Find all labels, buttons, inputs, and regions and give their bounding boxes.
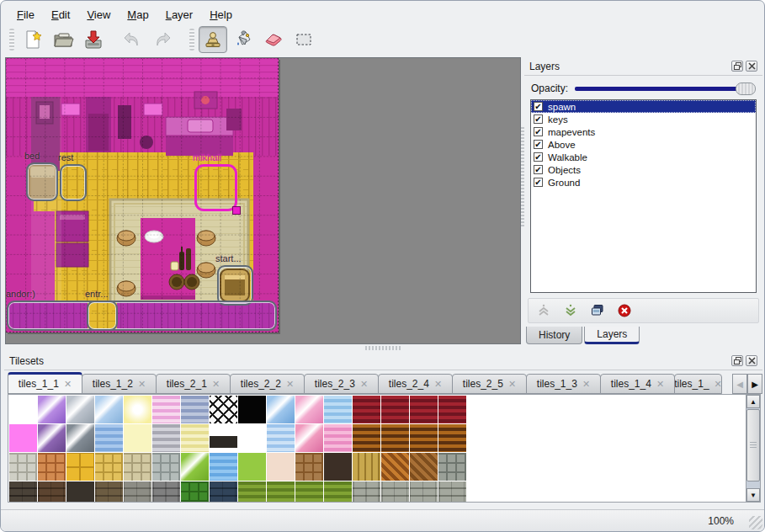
tileset-tile[interactable] (353, 453, 380, 481)
layer-list[interactable]: ✔spawn✔keys✔mapevents✔Above✔Walkable✔Obj… (530, 99, 757, 293)
tileset-tile[interactable] (181, 396, 209, 423)
layer-visibility-checkbox[interactable]: ✔ (534, 102, 543, 111)
tileset-tab-tiles_2_3[interactable]: tiles_2_3✕ (304, 374, 379, 394)
menu-map[interactable]: Map (120, 6, 156, 24)
map-view[interactable]: bedrestmikhailstart...andor:)entr... (5, 57, 521, 344)
tileset-tile[interactable] (210, 481, 237, 503)
tileset-tile[interactable] (95, 481, 123, 503)
close-panel-button[interactable] (746, 61, 757, 72)
save-button[interactable] (79, 26, 108, 53)
tileset-tile[interactable] (410, 396, 438, 423)
tab-close-icon[interactable]: ✕ (138, 379, 146, 390)
layer-visibility-checkbox[interactable]: ✔ (534, 152, 543, 162)
dock-tab-layers[interactable]: Layers (584, 327, 640, 344)
redo-button[interactable] (148, 26, 177, 53)
tileset-tile[interactable] (124, 424, 151, 452)
tileset-tile[interactable] (9, 424, 37, 452)
tab-close-icon[interactable]: ✕ (434, 379, 442, 390)
tileset-tile[interactable] (295, 453, 323, 481)
tileset-tile[interactable] (381, 396, 409, 423)
tileset-tab-tiles_2_5[interactable]: tiles_2_5✕ (452, 374, 527, 394)
tileset-tab-tiles_1_1[interactable]: tiles_1_1✕ (8, 372, 82, 394)
tileset-scrollbar[interactable]: ▲ ▼ (746, 395, 760, 502)
layer-row-spawn[interactable]: ✔spawn (531, 100, 756, 113)
raise-layer-button[interactable] (534, 301, 554, 321)
tileset-tile[interactable] (324, 396, 352, 423)
duplicate-layer-button[interactable] (587, 301, 608, 321)
tileset-tile[interactable] (210, 396, 237, 423)
tileset-tile[interactable] (295, 396, 323, 423)
layer-row-Objects[interactable]: ✔Objects (531, 163, 756, 176)
tab-close-icon[interactable]: ✕ (64, 379, 72, 390)
map-object[interactable] (7, 301, 277, 331)
tileset-tile[interactable] (381, 481, 409, 503)
map-object[interactable] (194, 164, 237, 211)
tileset-tab-tiles_1_2[interactable]: tiles_1_2✕ (82, 374, 157, 394)
tileset-tile[interactable] (38, 481, 66, 503)
tileset-tab-tiles_2_4[interactable]: tiles_2_4✕ (378, 374, 453, 394)
tileset-tab-tiles_1_4[interactable]: tiles_1_4✕ (600, 374, 675, 394)
tileset-tile[interactable] (381, 453, 409, 481)
tileset-tile[interactable] (438, 424, 466, 452)
tab-close-icon[interactable]: ✕ (360, 379, 368, 390)
tileset-tile[interactable] (152, 424, 180, 452)
tileset-tile[interactable] (381, 424, 409, 452)
tileset-tile[interactable] (353, 396, 380, 423)
tiles-grid[interactable] (9, 396, 466, 503)
map-object[interactable] (217, 265, 253, 306)
map-object[interactable] (60, 164, 87, 201)
tileset-tile[interactable] (438, 396, 466, 423)
tab-close-icon[interactable]: ✕ (656, 379, 664, 390)
close-panel-button[interactable] (746, 355, 757, 366)
tileset-tile[interactable] (353, 481, 380, 503)
tileset-tile[interactable] (152, 481, 180, 503)
select-tool-button[interactable] (290, 26, 318, 53)
toolbar-grip[interactable] (9, 29, 14, 51)
tileset-tile[interactable] (267, 453, 295, 481)
opacity-slider[interactable] (575, 82, 756, 95)
tileset-tile[interactable] (9, 453, 37, 481)
tileset-view[interactable]: ▲ ▼ (8, 394, 761, 503)
tileset-tile[interactable] (38, 453, 66, 481)
tileset-tab-tiles_1_3[interactable]: tiles_1_3✕ (526, 374, 601, 394)
scroll-up-button[interactable]: ▲ (746, 395, 760, 408)
tab-close-icon[interactable]: ✕ (508, 379, 516, 390)
scrollbar-thumb[interactable] (746, 409, 760, 481)
layer-row-Walkable[interactable]: ✔Walkable (531, 151, 756, 163)
tab-scroll-right-button[interactable]: ▶ (747, 374, 762, 394)
tileset-tile[interactable] (95, 453, 123, 481)
tab-close-icon[interactable]: ✕ (582, 379, 590, 390)
scroll-down-button[interactable]: ▼ (746, 488, 760, 502)
tileset-tile[interactable] (324, 424, 352, 452)
menu-view[interactable]: View (79, 6, 118, 24)
tileset-tile[interactable] (238, 481, 266, 503)
tileset-tile[interactable] (438, 453, 466, 481)
layer-visibility-checkbox[interactable]: ✔ (534, 127, 543, 136)
layer-row-keys[interactable]: ✔keys (531, 113, 756, 125)
tileset-tile[interactable] (210, 453, 237, 481)
tileset-tile[interactable] (66, 424, 94, 452)
opacity-slider-handle[interactable] (736, 82, 756, 95)
tileset-tile[interactable] (181, 481, 209, 503)
tileset-tile[interactable] (66, 396, 94, 423)
tileset-tile[interactable] (38, 424, 66, 452)
tileset-tile[interactable] (9, 396, 37, 423)
float-panel-button[interactable] (731, 355, 743, 366)
layer-visibility-checkbox[interactable]: ✔ (534, 140, 543, 149)
tab-scroll-left-button[interactable]: ◀ (732, 374, 747, 394)
resize-grip[interactable] (749, 516, 762, 529)
tileset-tile[interactable] (181, 453, 209, 481)
undo-button[interactable] (118, 26, 146, 53)
tileset-tile[interactable] (152, 453, 180, 481)
tileset-tile[interactable] (267, 481, 295, 503)
tileset-tile[interactable] (324, 481, 352, 503)
tilesets-panel-titlebar[interactable]: Tilesets (4, 352, 762, 370)
tileset-tile[interactable] (181, 424, 209, 452)
tab-close-icon[interactable]: ✕ (212, 379, 220, 390)
tileset-tab-tiles_2_1[interactable]: tiles_2_1✕ (156, 374, 231, 394)
layers-panel-titlebar[interactable]: Layers (524, 57, 762, 76)
layer-visibility-checkbox[interactable]: ✔ (534, 178, 543, 187)
tileset-tile[interactable] (95, 424, 123, 452)
dock-tab-history[interactable]: History (526, 327, 582, 344)
layer-row-Ground[interactable]: ✔Ground (531, 176, 756, 189)
